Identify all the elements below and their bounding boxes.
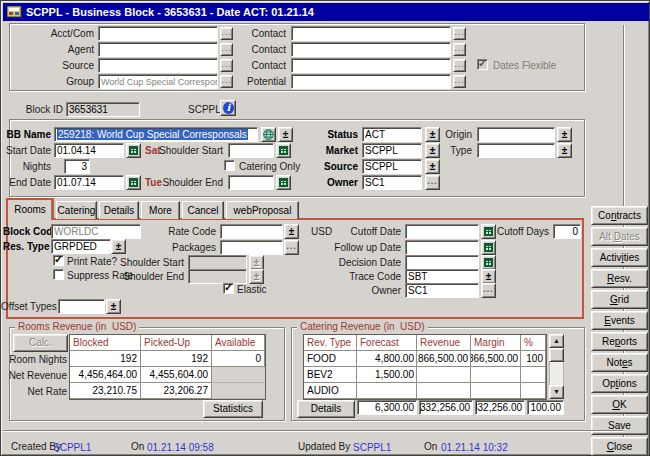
shoulder-end-field[interactable] <box>228 175 274 190</box>
contact3-field[interactable] <box>291 58 451 73</box>
contact1-field[interactable] <box>291 26 451 41</box>
table-cell[interactable] <box>417 367 471 383</box>
contact2-lookup-button[interactable]: ... <box>453 43 466 56</box>
scroll-down-button[interactable]: ▼ <box>549 385 564 399</box>
cutoff-days-field[interactable]: 0 <box>553 224 581 239</box>
end-date-field[interactable]: 01.07.14 <box>54 175 124 190</box>
save-button[interactable]: Save <box>591 416 648 435</box>
owner-field[interactable]: SC1 <box>362 175 422 190</box>
cell-value[interactable]: 1,500.00 <box>375 367 414 382</box>
table-cell[interactable] <box>521 367 546 383</box>
end-date-calendar-button[interactable] <box>126 175 141 190</box>
tab-catering[interactable]: Catering <box>56 201 97 219</box>
reports-button[interactable]: Reports <box>591 332 648 351</box>
print-rate-checkbox[interactable]: ✓ <box>53 255 64 266</box>
tab-details[interactable]: Details <box>99 201 139 219</box>
table-cell[interactable] <box>471 367 521 383</box>
block-source-lov-button[interactable]: ± <box>425 159 440 174</box>
market-field[interactable]: SCPPL <box>362 143 422 158</box>
cell-value[interactable]: 3,866,500.00 <box>417 351 468 366</box>
table-cell[interactable]: 23,210.75 <box>70 383 141 399</box>
tab-cancel[interactable]: Cancel <box>182 201 224 219</box>
cutoff-date-field[interactable] <box>405 224 479 239</box>
events-button[interactable]: Events <box>591 311 648 330</box>
offset-types-lov-button[interactable]: ± <box>106 299 121 314</box>
origin-lov-button[interactable]: ± <box>557 127 572 142</box>
contact1-lookup-button[interactable]: ... <box>453 27 466 40</box>
follow-up-date-calendar-button[interactable] <box>481 240 496 255</box>
shoulder-end-calendar-button[interactable] <box>276 175 291 190</box>
scroll-up-button[interactable]: ▲ <box>549 334 564 348</box>
res-type-lov-button[interactable]: ± <box>111 239 126 254</box>
offset-types-field[interactable] <box>58 299 105 314</box>
bb-name-lov-button[interactable]: ± <box>278 127 293 142</box>
calc-button[interactable]: Calc. <box>13 334 68 352</box>
catering-only-checkbox[interactable] <box>224 160 235 171</box>
block-source-field[interactable]: SCPPL <box>362 159 422 174</box>
res-type-field[interactable]: GRPDED <box>51 239 111 254</box>
contact3-lookup-button[interactable]: ... <box>453 59 466 72</box>
table-cell[interactable]: 4,456,464.00 <box>70 367 141 383</box>
table-cell[interactable] <box>471 383 521 399</box>
title-bar[interactable]: SCPPL - Business Block - 3653631 - Date … <box>3 3 649 21</box>
start-date-field[interactable]: 01.04.14 <box>54 143 124 158</box>
translate-globe-button[interactable] <box>261 127 276 142</box>
info-button[interactable]: i <box>220 100 236 116</box>
block-code-field[interactable]: WORLDC <box>51 224 141 239</box>
packages-field[interactable] <box>220 240 283 255</box>
tab-more[interactable]: More <box>141 201 180 219</box>
rt-owner-lookup-button[interactable]: ... <box>481 283 496 298</box>
elastic-checkbox[interactable]: ✓ <box>223 283 234 294</box>
ok-button[interactable]: OK <box>591 395 648 414</box>
cutoff-date-calendar-button[interactable] <box>481 224 496 239</box>
table-cell[interactable]: FOOD <box>304 351 357 367</box>
type-lov-button[interactable]: ± <box>557 143 572 158</box>
statistics-button[interactable]: Statistics <box>203 400 263 418</box>
rate-code-field[interactable] <box>220 224 283 239</box>
options-button[interactable]: Options <box>591 374 648 393</box>
cell-value[interactable]: 3,866,500.00 <box>471 351 518 366</box>
nights-field[interactable]: 3 <box>64 159 90 174</box>
table-cell[interactable] <box>521 383 546 399</box>
decision-date-calendar-button[interactable] <box>481 255 496 270</box>
cell-value[interactable]: 4,800.00 <box>375 351 414 366</box>
trace-code-field[interactable]: SBT <box>405 269 479 284</box>
tab-rooms[interactable]: Rooms <box>6 198 54 220</box>
potential-field[interactable] <box>291 74 451 89</box>
agent-field[interactable] <box>98 42 218 57</box>
trace-code-lov-button[interactable]: ± <box>481 269 496 284</box>
packages-lookup-button[interactable]: ... <box>284 240 299 255</box>
table-cell[interactable]: 4,455,604.00 <box>141 367 212 383</box>
decision-date-field[interactable] <box>405 255 479 270</box>
notes-button[interactable]: Notes <box>591 353 648 372</box>
follow-up-date-field[interactable] <box>405 240 479 255</box>
details-button[interactable]: Details <box>297 400 355 418</box>
cell-value[interactable]: 100 <box>526 351 543 366</box>
grid-button[interactable]: Grid <box>591 290 648 309</box>
table-cell[interactable]: 23,206.27 <box>141 383 212 399</box>
shoulder-start-field[interactable] <box>228 143 274 158</box>
origin-field[interactable] <box>477 127 555 142</box>
table-cell[interactable] <box>357 383 417 399</box>
potential-lookup-button[interactable]: ... <box>453 75 466 88</box>
contact2-field[interactable] <box>291 42 451 57</box>
rt-owner-field[interactable]: SC1 <box>405 283 479 298</box>
acct-com-field[interactable] <box>98 26 218 41</box>
start-date-calendar-button[interactable] <box>126 143 141 158</box>
table-cell[interactable] <box>417 383 471 399</box>
dates-flexible-checkbox[interactable]: ✓ <box>477 59 488 70</box>
table-cell[interactable]: 192 <box>70 351 141 367</box>
table-cell[interactable]: AUDIO <box>304 383 357 399</box>
rate-code-lov-button[interactable]: ± <box>284 224 299 239</box>
close-button[interactable]: Close <box>591 437 648 456</box>
table-cell[interactable]: 192 <box>141 351 212 367</box>
contracts-button[interactable]: Contracts <box>591 206 648 225</box>
type-field[interactable] <box>477 143 555 158</box>
scrollbar-thumb[interactable] <box>549 348 564 362</box>
owner-lookup-button[interactable]: ... <box>425 175 440 190</box>
shoulder-start-calendar-button[interactable] <box>276 143 291 158</box>
table-cell[interactable]: BEV2 <box>304 367 357 383</box>
tab-webproposal[interactable]: webProposal <box>226 201 299 219</box>
status-field[interactable]: ACT <box>362 127 422 142</box>
source-field[interactable] <box>98 58 218 73</box>
